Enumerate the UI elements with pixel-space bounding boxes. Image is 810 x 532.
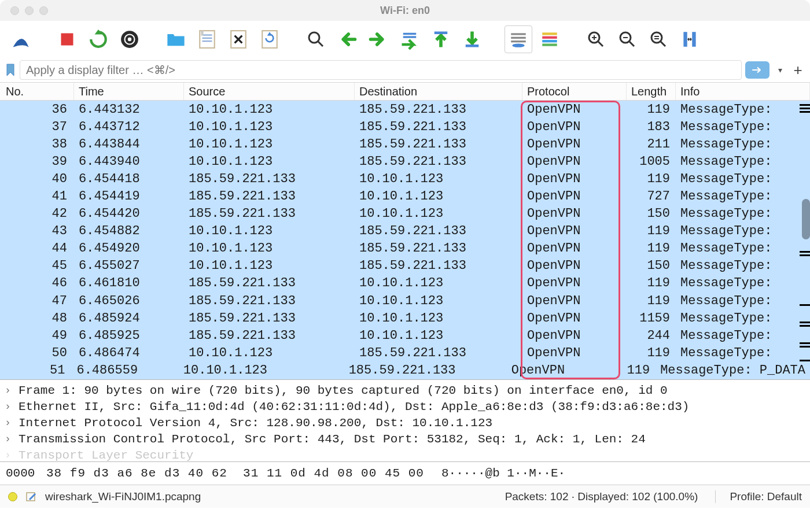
- cell-time: 6.465026: [74, 294, 184, 308]
- column-header-destination[interactable]: Destination: [355, 83, 522, 100]
- details-tree-item[interactable]: ›Transmission Control Protocol, Src Port…: [5, 431, 805, 447]
- table-row[interactable]: 486.485924185.59.221.13310.10.1.123OpenV…: [0, 309, 810, 327]
- go-to-first-button[interactable]: [427, 25, 455, 53]
- packet-details-pane[interactable]: ›Frame 1: 90 bytes on wire (720 bits), 9…: [0, 379, 810, 461]
- zoom-reset-button[interactable]: [645, 25, 672, 53]
- hex-bytes: 38 f9 d3 a6 8e d3 40 62 31 11 0d 4d 08 0…: [46, 467, 424, 480]
- capture-filename: wireshark_Wi-FiNJ0IM1.pcapng: [45, 490, 201, 503]
- profile-label[interactable]: Profile: Default: [715, 490, 802, 503]
- cell-protocol: OpenVPN: [522, 328, 627, 343]
- table-row[interactable]: 456.45502710.10.1.123185.59.221.133OpenV…: [0, 257, 810, 275]
- cell-length: 119: [627, 294, 676, 308]
- column-header-source[interactable]: Source: [184, 83, 355, 100]
- cell-length: 1159: [627, 311, 676, 326]
- close-file-button[interactable]: [224, 25, 252, 53]
- zoom-out-button[interactable]: [613, 25, 641, 53]
- cell-info: MessageType:: [676, 224, 810, 238]
- edit-comment-icon[interactable]: [25, 491, 37, 503]
- svg-rect-5: [203, 35, 212, 36]
- table-row[interactable]: 496.485925185.59.221.13310.10.1.123OpenV…: [0, 327, 810, 344]
- hex-ascii: 8·····@b 1··M··E·: [441, 467, 565, 480]
- cell-destination: 185.59.221.133: [355, 154, 522, 169]
- column-header-time[interactable]: Time: [74, 83, 184, 100]
- cell-no: 51: [0, 363, 72, 378]
- details-tree-item[interactable]: ›Frame 1: 90 bytes on wire (720 bits), 9…: [5, 382, 805, 398]
- packet-list[interactable]: 366.44313210.10.1.123185.59.221.133OpenV…: [0, 101, 810, 379]
- open-file-button[interactable]: [162, 25, 190, 53]
- auto-scroll-button[interactable]: [505, 25, 532, 53]
- details-tree-item[interactable]: ›Internet Protocol Version 4, Src: 128.9…: [5, 415, 805, 431]
- resize-columns-button[interactable]: [676, 25, 704, 53]
- table-row[interactable]: 426.454420185.59.221.13310.10.1.123OpenV…: [0, 205, 810, 223]
- cell-source: 10.10.1.123: [184, 224, 355, 238]
- cell-time: 6.454419: [74, 189, 184, 204]
- add-filter-button[interactable]: +: [790, 61, 805, 79]
- expand-icon[interactable]: ›: [5, 401, 15, 412]
- expand-icon[interactable]: ›: [5, 385, 15, 396]
- cell-no: 39: [0, 154, 74, 169]
- cell-info: MessageType:: [676, 258, 810, 273]
- go-to-packet-button[interactable]: [396, 25, 424, 53]
- shark-fin-icon[interactable]: [7, 25, 35, 53]
- cell-info: MessageType:: [676, 172, 810, 186]
- column-header-protocol[interactable]: Protocol: [522, 83, 627, 100]
- details-tree-item[interactable]: ›Ethernet II, Src: Gifa_11:0d:4d (40:62:…: [5, 398, 805, 415]
- cell-time: 6.443844: [74, 137, 184, 152]
- table-row[interactable]: 406.454418185.59.221.13310.10.1.123OpenV…: [0, 170, 810, 187]
- table-row[interactable]: 386.44384410.10.1.123185.59.221.133OpenV…: [0, 135, 810, 153]
- expand-icon[interactable]: ›: [5, 449, 15, 461]
- table-row[interactable]: 416.454419185.59.221.13310.10.1.123OpenV…: [0, 187, 810, 205]
- column-header-info[interactable]: Info: [676, 83, 810, 100]
- cell-source: 10.10.1.123: [184, 346, 355, 360]
- column-header-no[interactable]: No.: [0, 83, 74, 100]
- capture-options-button[interactable]: [116, 25, 143, 53]
- reload-file-button[interactable]: [256, 25, 284, 53]
- table-row[interactable]: 376.44371210.10.1.123185.59.221.133OpenV…: [0, 118, 810, 135]
- table-row[interactable]: 436.45488210.10.1.123185.59.221.133OpenV…: [0, 223, 810, 240]
- go-back-button[interactable]: [333, 25, 361, 53]
- table-row[interactable]: 516.48655910.10.1.123185.59.221.133OpenV…: [0, 361, 810, 379]
- display-filter-input[interactable]: [20, 60, 742, 80]
- cell-info: MessageType:: [676, 346, 810, 360]
- cell-no: 45: [0, 258, 74, 273]
- cell-destination: 185.59.221.133: [344, 363, 507, 378]
- table-row[interactable]: 366.44313210.10.1.123185.59.221.133OpenV…: [0, 101, 810, 118]
- expand-icon[interactable]: ›: [5, 417, 15, 428]
- cell-time: 6.443712: [74, 120, 184, 134]
- find-packet-button[interactable]: [302, 25, 330, 53]
- cell-no: 37: [0, 120, 74, 134]
- table-row[interactable]: 396.44394010.10.1.123185.59.221.133OpenV…: [0, 153, 810, 170]
- restart-capture-button[interactable]: [84, 25, 112, 53]
- column-header-length[interactable]: Length: [627, 83, 676, 100]
- go-forward-button[interactable]: [365, 25, 392, 53]
- apply-filter-button[interactable]: [745, 61, 770, 79]
- cell-protocol: OpenVPN: [522, 137, 627, 152]
- filter-dropdown-button[interactable]: ▾: [773, 61, 787, 79]
- packet-list-header: No. Time Source Destination Protocol Len…: [0, 82, 810, 101]
- stop-capture-button[interactable]: [53, 25, 81, 53]
- table-row[interactable]: 476.465026185.59.221.13310.10.1.123OpenV…: [0, 292, 810, 309]
- packet-bytes-pane[interactable]: 0000 38 f9 d3 a6 8e d3 40 62 31 11 0d 4d…: [0, 461, 810, 485]
- colorize-button[interactable]: [536, 25, 564, 53]
- zoom-in-button[interactable]: [582, 25, 610, 53]
- cell-info: MessageType:: [676, 241, 810, 256]
- scrollbar-thumb[interactable]: [802, 199, 810, 239]
- hex-offset: 0000: [6, 467, 46, 480]
- bookmark-icon[interactable]: [5, 62, 16, 77]
- save-file-button[interactable]: [193, 25, 221, 53]
- svg-rect-23: [542, 43, 557, 46]
- expand-icon[interactable]: ›: [5, 433, 15, 445]
- details-tree-item[interactable]: ›Transport Layer Security: [5, 447, 805, 461]
- cell-length: 119: [627, 224, 676, 238]
- go-to-last-button[interactable]: [458, 25, 486, 53]
- svg-rect-14: [435, 32, 448, 35]
- table-row[interactable]: 466.461810185.59.221.13310.10.1.123OpenV…: [0, 275, 810, 292]
- cell-source: 10.10.1.123: [184, 241, 355, 256]
- cell-source: 185.59.221.133: [184, 206, 355, 221]
- cell-destination: 185.59.221.133: [355, 102, 522, 117]
- filter-bar: ▾ +: [0, 58, 810, 82]
- table-row[interactable]: 506.48647410.10.1.123185.59.221.133OpenV…: [0, 344, 810, 361]
- expert-info-icon[interactable]: [8, 492, 17, 501]
- table-row[interactable]: 446.45492010.10.1.123185.59.221.133OpenV…: [0, 240, 810, 257]
- cell-source: 185.59.221.133: [184, 294, 355, 308]
